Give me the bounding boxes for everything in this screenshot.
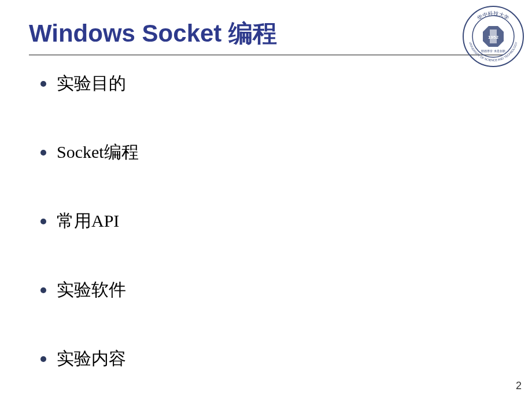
list-item: 实验内容	[40, 347, 503, 371]
bullet-text: Socket编程	[57, 141, 139, 164]
list-item: Socket编程	[40, 141, 503, 164]
bullet-text: 实验软件	[57, 278, 126, 302]
svg-text:1952: 1952	[488, 35, 498, 40]
bullet-icon	[40, 219, 46, 224]
bullet-text: 常用API	[57, 209, 119, 233]
page-number: 2	[516, 380, 522, 392]
list-item: 实验目的	[40, 72, 503, 95]
slide-container: 华中科技大学 UNIVERSITY OF SCIENCE AND TECHNOL…	[0, 0, 532, 399]
title-divider	[29, 54, 503, 56]
bullet-icon	[40, 356, 46, 362]
list-item: 常用API	[40, 209, 503, 233]
bullet-list: 实验目的 Socket编程 常用API 实验软件 实验内容	[29, 72, 503, 371]
svg-text:华中科技大学: 华中科技大学	[476, 10, 511, 21]
bullet-text: 实验目的	[57, 72, 126, 95]
slide-title: Windows Socket 编程	[29, 17, 503, 50]
bullet-text: 实验内容	[57, 347, 126, 371]
bullet-icon	[40, 287, 46, 293]
university-logo: 华中科技大学 UNIVERSITY OF SCIENCE AND TECHNOL…	[461, 5, 525, 68]
bullet-icon	[40, 81, 46, 87]
bullet-icon	[40, 150, 46, 156]
list-item: 实验软件	[40, 278, 503, 302]
svg-text:明德厚学 求是创新: 明德厚学 求是创新	[481, 49, 505, 53]
